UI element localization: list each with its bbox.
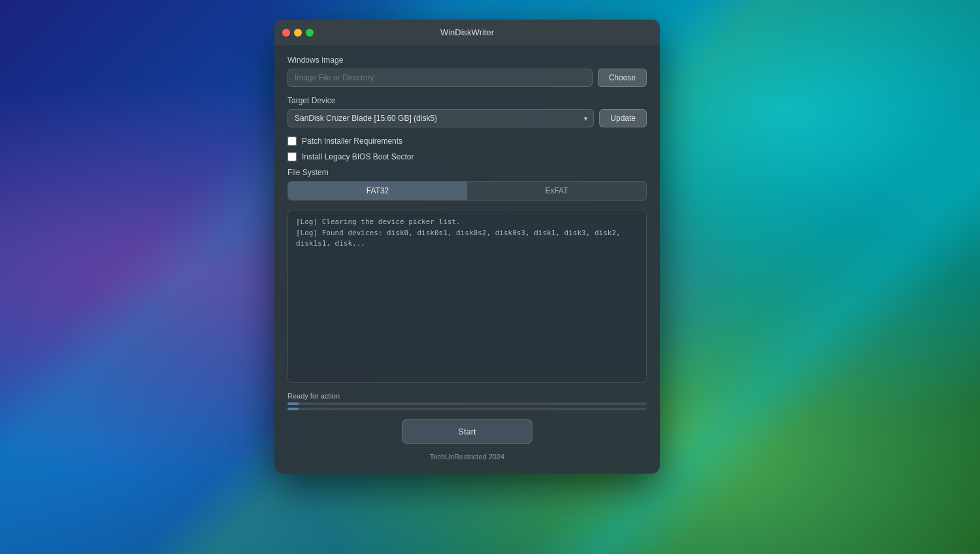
install-legacy-bios-label: Install Legacy BIOS Boot Sector [302,152,414,161]
minimize-button[interactable] [294,29,302,37]
target-device-row: SanDisk Cruzer Blade [15.60 GB] (disk5) … [287,109,647,127]
log-line-2: [Log] Found devices: disk0, disk0s1, dis… [296,228,638,250]
progress-track-2 [287,408,647,410]
close-button[interactable] [282,29,290,37]
status-text: Ready for action [287,392,647,400]
install-legacy-bios-checkbox[interactable] [287,152,297,161]
filesystem-section: File System FAT32 ExFAT [287,168,647,201]
choose-button[interactable]: Choose [598,69,647,87]
update-button[interactable]: Update [599,109,647,127]
windows-image-row: Choose [287,69,647,87]
progress-fill-2 [287,408,299,410]
footer: TechUnRestricted 2024 [287,453,647,461]
image-file-input[interactable] [287,69,593,87]
filesystem-label: File System [287,168,647,177]
windows-image-label: Windows Image [287,56,647,65]
tab-exfat[interactable]: ExFAT [467,182,646,200]
device-select-wrapper: SanDisk Cruzer Blade [15.60 GB] (disk5) … [287,109,594,127]
log-line-1: [Log] Clearing the device picker list. [296,217,638,228]
start-button[interactable]: Start [402,419,532,444]
app-window: WinDiskWriter Windows Image Choose Targe… [274,20,660,474]
window-title: WinDiskWriter [440,27,494,37]
patch-installer-checkbox[interactable] [287,137,297,146]
install-legacy-bios-row: Install Legacy BIOS Boot Sector [287,152,647,161]
tab-fat32[interactable]: FAT32 [288,182,467,200]
traffic-lights [282,29,314,37]
device-select[interactable]: SanDisk Cruzer Blade [15.60 GB] (disk5) [287,109,594,127]
patch-installer-label: Patch Installer Requirements [302,137,402,146]
progress-fill-1 [287,402,299,405]
log-area[interactable]: [Log] Clearing the device picker list. [… [287,210,647,383]
target-device-label: Target Device [287,96,647,105]
status-area: Ready for action [287,392,647,410]
patch-installer-row: Patch Installer Requirements [287,137,647,146]
window-content: Windows Image Choose Target Device SanDi… [274,45,660,474]
filesystem-tab-bar: FAT32 ExFAT [287,181,647,201]
fullscreen-button[interactable] [306,29,314,37]
title-bar: WinDiskWriter [274,20,660,45]
progress-track-1 [287,402,647,405]
